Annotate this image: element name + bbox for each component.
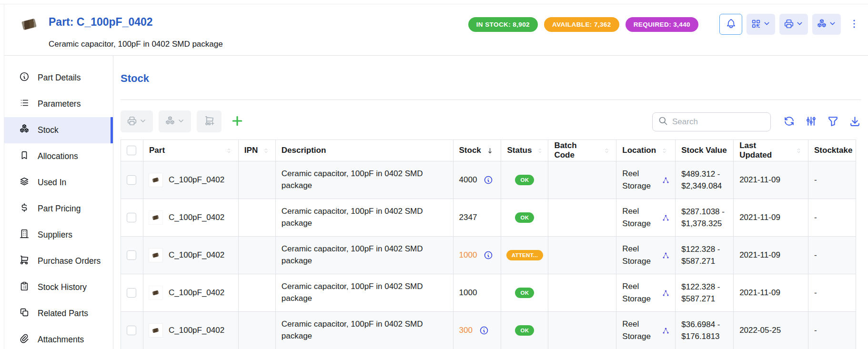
header-divider — [4, 55, 868, 56]
row-checkbox[interactable] — [127, 288, 136, 298]
column-header-stock_value: Stock Value — [676, 140, 734, 161]
print-stock-button[interactable] — [121, 110, 153, 132]
barcode-actions-button[interactable] — [747, 14, 775, 35]
stock-table: PartIPNDescriptionStockStatusBatch CodeL… — [121, 140, 856, 349]
location-link[interactable]: Reel Storage — [622, 318, 662, 343]
sidebar-item-label: Used In — [38, 178, 66, 188]
sidebar-item-part-pricing[interactable]: Part Pricing — [4, 196, 113, 222]
status-badge: OK — [515, 212, 534, 223]
add-stock-button[interactable] — [230, 114, 244, 130]
column-header-batch_code[interactable]: Batch Code — [548, 140, 616, 161]
stock-quantity: 4000 — [459, 175, 477, 185]
printer-icon — [784, 19, 794, 30]
column-header-status[interactable]: Status — [501, 140, 548, 161]
header-actions — [719, 14, 861, 35]
panel-title: Stock — [121, 72, 149, 85]
download-button[interactable] — [849, 115, 861, 129]
cell-last_updated: 2021-11-09 — [734, 161, 808, 199]
cell-batch_code — [548, 312, 616, 349]
cell-stock_value: $287.1038 - $1,378.325 — [676, 199, 734, 236]
sort-desc-icon[interactable] — [486, 147, 494, 155]
info-circle-icon — [19, 71, 30, 84]
more-actions-button[interactable] — [847, 19, 861, 30]
table-controls — [652, 112, 861, 131]
sort-icon[interactable] — [661, 147, 668, 154]
row-checkbox[interactable] — [127, 250, 136, 260]
column-label: Stock Value — [681, 146, 727, 155]
order-stock-button[interactable] — [197, 110, 222, 132]
part-name-link[interactable]: C_100pF_0402 — [169, 326, 224, 335]
column-header-location[interactable]: Location — [616, 140, 676, 161]
column-header-stocktake: Stocktake — [808, 140, 856, 161]
cell-last_updated: 2022-05-25 — [734, 312, 808, 349]
sidebar-item-used-in[interactable]: Used In — [4, 170, 113, 196]
search-input[interactable] — [672, 117, 765, 127]
last-updated-value: 2022-05-25 — [739, 324, 781, 337]
cell-ipn — [239, 199, 276, 236]
sort-icon[interactable] — [225, 147, 232, 154]
sidebar-item-part-details[interactable]: Part Details — [4, 65, 113, 91]
part-name-link[interactable]: C_100pF_0402 — [169, 175, 224, 185]
description-text: Ceramic capacitor, 100pF in 0402 SMD pac… — [282, 243, 439, 267]
select-all-checkbox[interactable] — [127, 146, 136, 155]
search-box — [652, 112, 771, 131]
part-thumbnail[interactable] — [17, 15, 41, 34]
column-header-ipn[interactable]: IPN — [239, 140, 276, 161]
sidebar-item-label: Related Parts — [38, 309, 88, 319]
location-link[interactable]: Reel Storage — [622, 243, 662, 268]
sidebar-item-suppliers[interactable]: Suppliers — [4, 222, 113, 248]
part-thumbnail — [149, 249, 162, 262]
cart-plus-icon — [204, 115, 215, 128]
sitemap-icon — [662, 289, 669, 297]
column-label: Status — [507, 146, 532, 155]
column-header-select — [121, 140, 143, 161]
stock-info-icon[interactable] — [484, 250, 493, 260]
stock-cubes-icon — [817, 19, 827, 30]
row-checkbox[interactable] — [127, 326, 136, 335]
column-header-part[interactable]: Part — [143, 140, 239, 161]
sidebar-item-parameters[interactable]: Parameters — [4, 91, 113, 117]
row-checkbox[interactable] — [127, 213, 136, 222]
location-link[interactable]: Reel Storage — [622, 280, 662, 306]
sidebar-item-allocations[interactable]: Allocations — [4, 143, 113, 170]
sort-icon[interactable] — [262, 147, 270, 154]
building-icon — [19, 229, 30, 241]
column-header-last_updated[interactable]: Last Updated — [734, 140, 808, 161]
cell-select — [121, 161, 143, 199]
part-name-link[interactable]: C_100pF_0402 — [169, 213, 224, 222]
stock-info-icon[interactable] — [479, 326, 489, 335]
column-header-stock[interactable]: Stock — [454, 140, 502, 161]
location-link[interactable]: Reel Storage — [622, 205, 662, 230]
part-name-link[interactable]: C_100pF_0402 — [169, 250, 224, 260]
part-header: Part: C_100pF_0402 Ceramic capacitor, 10… — [4, 4, 868, 55]
notifications-button[interactable] — [719, 14, 742, 35]
search-icon — [658, 116, 668, 128]
column-settings-button[interactable] — [805, 115, 817, 129]
part-name-link[interactable]: C_100pF_0402 — [169, 288, 224, 298]
cell-status: ATTENT... — [501, 237, 548, 274]
location-link[interactable]: Reel Storage — [622, 168, 662, 193]
refresh-button[interactable] — [783, 115, 795, 129]
sidebar-item-related-parts[interactable]: Related Parts — [4, 300, 113, 327]
row-checkbox[interactable] — [127, 175, 136, 185]
cell-ipn — [239, 274, 276, 311]
last-updated-value: 2021-11-09 — [739, 174, 780, 186]
sidebar-item-attachments[interactable]: Attachments — [4, 327, 113, 349]
sort-icon[interactable] — [795, 147, 802, 154]
sidebar-item-stock-history[interactable]: Stock History — [4, 274, 113, 300]
stocktake-value: - — [814, 211, 817, 224]
stock-info-icon[interactable] — [484, 175, 493, 185]
cell-description: Ceramic capacitor, 100pF in 0402 SMD pac… — [276, 312, 454, 349]
sidebar-item-purchase-orders[interactable]: Purchase Orders — [4, 248, 113, 274]
sort-icon[interactable] — [603, 147, 610, 154]
sort-icon[interactable] — [536, 147, 544, 154]
stock-actions-button[interactable] — [812, 14, 841, 35]
sidebar-item-label: Parameters — [38, 99, 81, 109]
filter-button[interactable] — [827, 115, 839, 129]
cell-stock: 4000 — [454, 161, 502, 199]
stock-operations-button[interactable] — [159, 110, 191, 132]
bell-icon — [726, 18, 737, 30]
print-actions-button[interactable] — [779, 14, 808, 35]
required-badge: REQUIRED: 3,440 — [626, 17, 698, 32]
sidebar-item-stock[interactable]: Stock — [4, 117, 113, 143]
